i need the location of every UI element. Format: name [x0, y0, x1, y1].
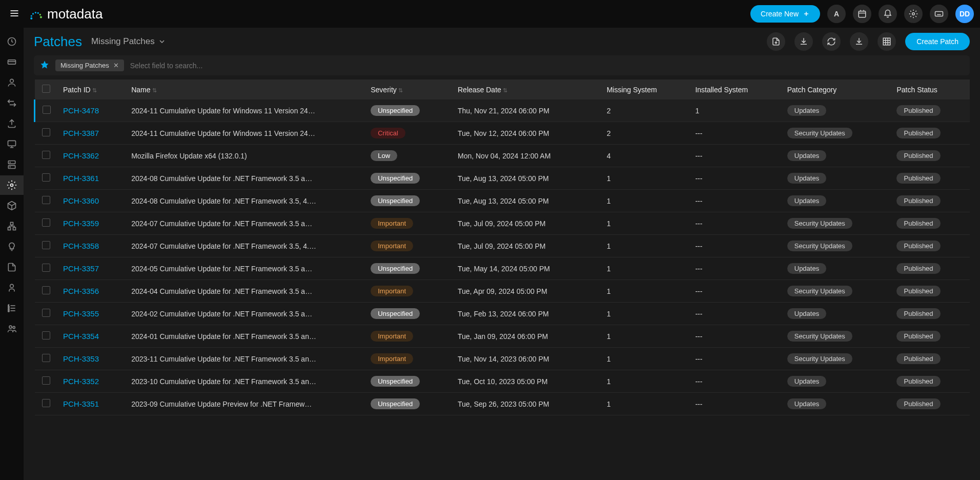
table-row[interactable]: PCH-33552024-02 Cumulative Update for .N… [35, 303, 970, 325]
row-checkbox[interactable] [42, 151, 50, 159]
release-date: Thu, Nov 21, 2024 06:00 PM [452, 99, 601, 122]
svg-point-16 [912, 13, 915, 15]
release-date: Tue, Nov 12, 2024 06:00 PM [452, 122, 601, 145]
status-badge: Published [896, 173, 940, 184]
row-checkbox[interactable] [42, 309, 50, 317]
topbar-letter-button[interactable]: A [827, 5, 846, 23]
sidebar-item-dashboard[interactable] [0, 32, 24, 51]
status-badge: Published [896, 218, 940, 229]
status-badge: Published [896, 398, 940, 409]
user-avatar[interactable]: DD [955, 5, 974, 23]
row-checkbox[interactable] [42, 354, 50, 362]
table-row[interactable]: PCH-33872024-11 Cumulative Update for Wi… [35, 122, 970, 145]
col-release-date[interactable]: Release Date [452, 79, 601, 99]
col-patch-category[interactable]: Patch Category [781, 79, 891, 99]
sidebar-item-exchange[interactable] [0, 93, 24, 113]
export-icon[interactable] [767, 32, 785, 51]
table-row[interactable]: PCH-33612024-08 Cumulative Update for .N… [35, 167, 970, 190]
col-missing-system[interactable]: Missing System [601, 79, 689, 99]
table-row[interactable]: PCH-33582024-07 Cumulative Update for .N… [35, 235, 970, 257]
row-checkbox[interactable] [42, 128, 50, 136]
table-row[interactable]: PCH-33602024-08 Cumulative Update for .N… [35, 190, 970, 212]
patch-id-link[interactable]: PCH-3351 [63, 399, 99, 408]
col-installed-system[interactable]: Installed System [689, 79, 781, 99]
create-new-button[interactable]: Create New [750, 5, 820, 23]
refresh-icon[interactable] [822, 32, 841, 51]
category-badge: Security Updates [787, 353, 852, 364]
row-checkbox[interactable] [42, 218, 50, 227]
sidebar-item-network[interactable] [0, 216, 24, 236]
patch-id-link[interactable]: PCH-3387 [63, 129, 99, 137]
category-badge: Security Updates [787, 128, 852, 138]
sidebar-item-list[interactable]: 123 [0, 298, 24, 318]
col-severity[interactable]: Severity [364, 79, 452, 99]
row-checkbox[interactable] [42, 173, 50, 182]
patch-id-link[interactable]: PCH-3360 [63, 196, 99, 205]
patch-id-link[interactable]: PCH-3354 [63, 332, 99, 341]
bell-icon[interactable] [879, 5, 897, 23]
row-checkbox[interactable] [43, 106, 51, 114]
logo[interactable]: motadata [30, 6, 103, 22]
table-row[interactable]: PCH-33542024-01 Cumulative Update for .N… [35, 325, 970, 348]
favorite-star-icon[interactable] [40, 60, 49, 71]
table-row[interactable]: PCH-34782024-11 Cumulative Update for Wi… [35, 99, 970, 122]
category-badge: Updates [787, 150, 826, 161]
table-row[interactable]: PCH-33512023-09 Cumulative Update Previe… [35, 393, 970, 415]
settings-icon[interactable] [904, 5, 923, 23]
patch-name: 2023-10 Cumulative Update for .NET Frame… [125, 370, 364, 393]
sidebar-item-document[interactable] [0, 257, 24, 277]
filter-dropdown[interactable]: Missing Patches [91, 36, 166, 47]
table-row[interactable]: PCH-33532023-11 Cumulative Update for .N… [35, 348, 970, 370]
sidebar-item-person[interactable] [0, 278, 24, 297]
patch-id-link[interactable]: PCH-3361 [63, 174, 99, 183]
patch-id-link[interactable]: PCH-3478 [63, 106, 99, 115]
download-icon[interactable] [794, 32, 813, 51]
table-row[interactable]: PCH-33522023-10 Cumulative Update for .N… [35, 370, 970, 393]
calendar-icon[interactable] [853, 5, 871, 23]
sidebar-item-desktop[interactable] [0, 134, 24, 154]
filter-chip-close-icon[interactable]: ✕ [113, 62, 119, 69]
patch-id-link[interactable]: PCH-3353 [63, 354, 99, 363]
download2-icon[interactable] [850, 32, 868, 51]
row-checkbox[interactable] [42, 241, 50, 249]
severity-badge: Unspecified [371, 376, 420, 387]
create-patch-button[interactable]: Create Patch [905, 33, 970, 50]
row-checkbox[interactable] [42, 196, 50, 204]
row-checkbox[interactable] [42, 331, 50, 339]
patch-id-link[interactable]: PCH-3356 [63, 287, 99, 295]
keyboard-icon[interactable] [930, 5, 948, 23]
sidebar-item-users[interactable] [0, 73, 24, 92]
patch-id-link[interactable]: PCH-3358 [63, 242, 99, 250]
patch-id-link[interactable]: PCH-3359 [63, 219, 99, 228]
patch-id-link[interactable]: PCH-3352 [63, 377, 99, 386]
menu-toggle-icon[interactable] [6, 5, 23, 23]
row-checkbox[interactable] [42, 264, 50, 272]
missing-count: 4 [601, 145, 689, 167]
row-checkbox[interactable] [42, 286, 50, 294]
grid-icon[interactable] [877, 32, 896, 51]
select-all-checkbox[interactable] [42, 85, 50, 93]
sidebar-item-server[interactable] [0, 155, 24, 174]
patch-id-link[interactable]: PCH-3362 [63, 151, 99, 160]
sidebar-item-people[interactable] [0, 319, 24, 338]
sidebar-item-patches[interactable] [0, 175, 24, 195]
svg-point-32 [10, 167, 10, 167]
row-checkbox[interactable] [42, 376, 50, 385]
patch-id-link[interactable]: PCH-3355 [63, 309, 99, 318]
release-date: Tue, Feb 13, 2024 06:00 PM [452, 303, 601, 325]
sidebar-item-upload[interactable] [0, 114, 24, 133]
table-row[interactable]: PCH-33572024-05 Cumulative Update for .N… [35, 257, 970, 280]
sidebar-item-tickets[interactable] [0, 52, 24, 72]
table-row[interactable]: PCH-33562024-04 Cumulative Update for .N… [35, 280, 970, 303]
table-row[interactable]: PCH-33592024-07 Cumulative Update for .N… [35, 212, 970, 235]
sidebar-item-package[interactable] [0, 196, 24, 215]
search-input[interactable] [130, 62, 964, 70]
patch-id-link[interactable]: PCH-3357 [63, 264, 99, 273]
table-row[interactable]: PCH-3362Mozilla Firefox Update x64 (132.… [35, 145, 970, 167]
col-patch-id[interactable]: Patch ID [57, 79, 125, 99]
category-badge: Security Updates [787, 241, 852, 251]
col-patch-status[interactable]: Patch Status [890, 79, 970, 99]
sidebar-item-idea[interactable] [0, 237, 24, 256]
col-name[interactable]: Name [125, 79, 364, 99]
row-checkbox[interactable] [42, 399, 50, 407]
